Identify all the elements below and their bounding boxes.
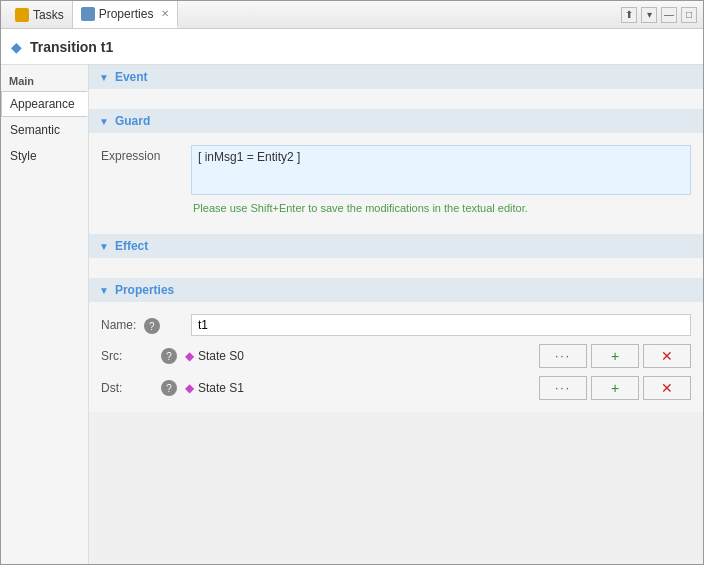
dst-actions: ··· + ✕ — [539, 376, 691, 400]
event-content — [89, 89, 703, 109]
src-state-icon: ◆ — [185, 349, 194, 363]
expression-field: Please use Shift+Enter to save the modif… — [191, 145, 691, 214]
guard-toggle[interactable]: ▼ — [99, 116, 109, 127]
expression-row: Expression Please use Shift+Enter to sav… — [101, 141, 691, 218]
tab-bar: Tasks Properties ✕ — [7, 1, 178, 28]
guard-content: Expression Please use Shift+Enter to sav… — [89, 133, 703, 234]
name-label: Name: ? — [101, 314, 191, 334]
effect-section-title: Effect — [115, 239, 148, 253]
sidebar-item-semantic[interactable]: Semantic — [1, 117, 88, 143]
close-tab-icon[interactable]: ✕ — [161, 8, 169, 19]
dst-add-button[interactable]: + — [591, 376, 639, 400]
sidebar: Main Appearance Semantic Style — [1, 65, 89, 564]
page-title: Transition t1 — [30, 39, 113, 55]
properties-icon — [81, 7, 95, 21]
src-help-icon[interactable]: ? — [161, 348, 177, 364]
dst-row: Dst: ? ◆ State S1 ··· + ✕ — [101, 372, 691, 404]
titlebar: Tasks Properties ✕ ⬆ ▾ — □ — [1, 1, 703, 29]
expression-hint: Please use Shift+Enter to save the modif… — [191, 202, 691, 214]
export-button[interactable]: ⬆ — [621, 7, 637, 23]
guard-spacer — [101, 218, 691, 226]
name-row: Name: ? — [101, 310, 691, 340]
right-panel: ▼ Event ▼ Guard Expression Please use Sh… — [89, 65, 703, 564]
event-section-title: Event — [115, 70, 148, 84]
properties-section-header: ▼ Properties — [89, 278, 703, 302]
src-row: Src: ? ◆ State S0 ··· + ✕ — [101, 340, 691, 372]
page-title-bar: ◆ Transition t1 — [1, 29, 703, 65]
event-section-header: ▼ Event — [89, 65, 703, 89]
titlebar-actions: ⬆ ▾ — □ — [621, 7, 697, 23]
tasks-icon — [15, 8, 29, 22]
src-dots-button[interactable]: ··· — [539, 344, 587, 368]
dropdown-button[interactable]: ▾ — [641, 7, 657, 23]
dst-state-icon: ◆ — [185, 381, 194, 395]
guard-section-title: Guard — [115, 114, 150, 128]
sidebar-item-style[interactable]: Style — [1, 143, 88, 169]
properties-section-title: Properties — [115, 283, 174, 297]
name-field — [191, 314, 691, 336]
dst-dots-button[interactable]: ··· — [539, 376, 587, 400]
dst-state-name: State S1 — [198, 381, 539, 395]
src-remove-button[interactable]: ✕ — [643, 344, 691, 368]
main-content: Main Appearance Semantic Style ▼ Event ▼… — [1, 65, 703, 564]
expression-label: Expression — [101, 145, 191, 163]
tab-properties[interactable]: Properties ✕ — [73, 1, 179, 28]
effect-content — [89, 258, 703, 278]
event-toggle[interactable]: ▼ — [99, 72, 109, 83]
effect-section-header: ▼ Effect — [89, 234, 703, 258]
minimize-button[interactable]: — — [661, 7, 677, 23]
name-help-icon[interactable]: ? — [144, 318, 160, 334]
src-state-name: State S0 — [198, 349, 539, 363]
transition-icon: ◆ — [11, 39, 22, 55]
tab-properties-label: Properties — [99, 7, 154, 21]
dst-remove-button[interactable]: ✕ — [643, 376, 691, 400]
sidebar-item-appearance[interactable]: Appearance — [1, 91, 88, 117]
name-input[interactable] — [191, 314, 691, 336]
guard-section-header: ▼ Guard — [89, 109, 703, 133]
dst-help-icon[interactable]: ? — [161, 380, 177, 396]
effect-toggle[interactable]: ▼ — [99, 241, 109, 252]
src-label: Src: — [101, 349, 161, 363]
sidebar-section-label: Main — [1, 69, 88, 91]
properties-toggle[interactable]: ▼ — [99, 285, 109, 296]
maximize-button[interactable]: □ — [681, 7, 697, 23]
expression-input[interactable] — [191, 145, 691, 195]
dst-label: Dst: — [101, 381, 161, 395]
tab-tasks-label: Tasks — [33, 8, 64, 22]
tab-tasks[interactable]: Tasks — [7, 1, 73, 28]
src-add-button[interactable]: + — [591, 344, 639, 368]
src-actions: ··· + ✕ — [539, 344, 691, 368]
properties-content: Name: ? Src: ? ◆ State S0 ··· + — [89, 302, 703, 412]
main-window: Tasks Properties ✕ ⬆ ▾ — □ ◆ Transition … — [0, 0, 704, 565]
